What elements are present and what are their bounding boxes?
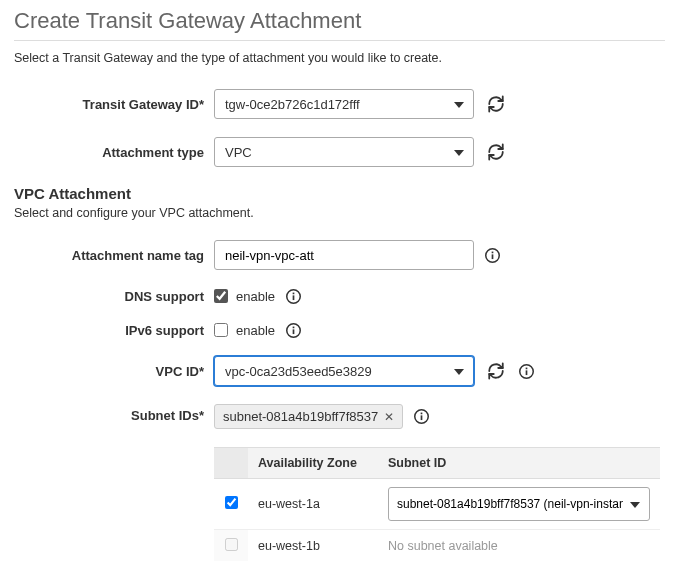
svg-rect-14 xyxy=(420,413,422,415)
label-transit-gateway-id: Transit Gateway ID* xyxy=(14,97,214,112)
selected-subnet-tag-label: subnet-081a4b19bff7f8537 xyxy=(223,409,378,424)
svg-rect-8 xyxy=(292,326,294,328)
info-icon[interactable] xyxy=(413,409,429,425)
svg-rect-11 xyxy=(525,367,527,369)
transit-gateway-id-select[interactable]: tgw-0ce2b726c1d172fff xyxy=(214,89,474,119)
subnet-row-select[interactable]: subnet-081a4b19bff7f8537 (neil-vpn-insta… xyxy=(388,487,650,521)
row-vpc-id: VPC ID* vpc-0ca23d53eed5e3829 xyxy=(14,356,665,386)
label-ipv6-support: IPv6 support xyxy=(14,323,214,338)
subnet-row-select-wrap: subnet-081a4b19bff7f8537 (neil-vpn-insta… xyxy=(388,487,650,521)
selected-subnet-tag[interactable]: subnet-081a4b19bff7f8537 ✕ xyxy=(214,404,403,429)
table-row: eu-west-1a subnet-081a4b19bff7f8537 (nei… xyxy=(214,479,660,530)
subnet-row-az: eu-west-1b xyxy=(248,530,378,562)
attachment-type-select[interactable]: VPC xyxy=(214,137,474,167)
svg-rect-7 xyxy=(292,329,294,334)
subnet-table-wrap: Availability Zone Subnet ID eu-west-1a s… xyxy=(214,447,665,561)
row-transit-gateway-id: Transit Gateway ID* tgw-0ce2b726c1d172ff… xyxy=(14,89,665,119)
refresh-icon[interactable] xyxy=(484,140,508,164)
label-subnet-ids: Subnet IDs* xyxy=(14,404,214,423)
label-dns-support: DNS support xyxy=(14,289,214,304)
svg-rect-1 xyxy=(491,254,493,259)
row-subnet-ids: Subnet IDs* subnet-081a4b19bff7f8537 ✕ xyxy=(14,404,665,429)
page-description: Select a Transit Gateway and the type of… xyxy=(14,51,665,65)
ipv6-support-checkbox-label: enable xyxy=(236,323,275,338)
dns-support-checkbox[interactable] xyxy=(214,289,228,303)
section-title-vpc-attachment: VPC Attachment xyxy=(14,185,665,202)
ipv6-support-checkbox-wrap: enable xyxy=(214,323,275,338)
transit-gateway-id-select-wrap: tgw-0ce2b726c1d172fff xyxy=(214,89,474,119)
dns-support-checkbox-wrap: enable xyxy=(214,289,275,304)
ipv6-support-checkbox[interactable] xyxy=(214,323,228,337)
vpc-id-select[interactable]: vpc-0ca23d53eed5e3829 xyxy=(214,356,474,386)
subnet-table: Availability Zone Subnet ID eu-west-1a s… xyxy=(214,447,660,561)
page-title: Create Transit Gateway Attachment xyxy=(14,8,665,41)
svg-rect-10 xyxy=(525,370,527,375)
label-attachment-name-tag: Attachment name tag xyxy=(14,248,214,263)
subnet-table-header-subnet-id: Subnet ID xyxy=(378,448,660,479)
info-icon[interactable] xyxy=(518,363,534,379)
section-description: Select and configure your VPC attachment… xyxy=(14,206,665,220)
info-icon[interactable] xyxy=(484,247,500,263)
close-icon[interactable]: ✕ xyxy=(384,410,394,424)
subnet-row-checkbox[interactable] xyxy=(225,496,238,509)
row-dns-support: DNS support enable xyxy=(14,288,665,304)
info-icon[interactable] xyxy=(285,322,301,338)
dns-support-checkbox-label: enable xyxy=(236,289,275,304)
subnet-row-checkbox xyxy=(225,538,238,551)
subnet-row-az: eu-west-1a xyxy=(248,479,378,530)
label-vpc-id: VPC ID* xyxy=(14,364,214,379)
row-attachment-type: Attachment type VPC xyxy=(14,137,665,167)
row-ipv6-support: IPv6 support enable xyxy=(14,322,665,338)
svg-rect-4 xyxy=(292,295,294,300)
svg-rect-2 xyxy=(491,251,493,253)
svg-rect-5 xyxy=(292,292,294,294)
subnet-table-header-az: Availability Zone xyxy=(248,448,378,479)
refresh-icon[interactable] xyxy=(484,359,508,383)
attachment-name-tag-input[interactable] xyxy=(214,240,474,270)
svg-rect-13 xyxy=(420,415,422,420)
label-attachment-type: Attachment type xyxy=(14,145,214,160)
row-attachment-name-tag: Attachment name tag xyxy=(14,240,665,270)
subnet-row-unavailable: No subnet available xyxy=(378,530,660,562)
info-icon[interactable] xyxy=(285,288,301,304)
subnet-table-header-checkbox xyxy=(214,448,248,479)
attachment-type-select-wrap: VPC xyxy=(214,137,474,167)
vpc-id-select-wrap: vpc-0ca23d53eed5e3829 xyxy=(214,356,474,386)
refresh-icon[interactable] xyxy=(484,92,508,116)
table-row: eu-west-1b No subnet available xyxy=(214,530,660,562)
